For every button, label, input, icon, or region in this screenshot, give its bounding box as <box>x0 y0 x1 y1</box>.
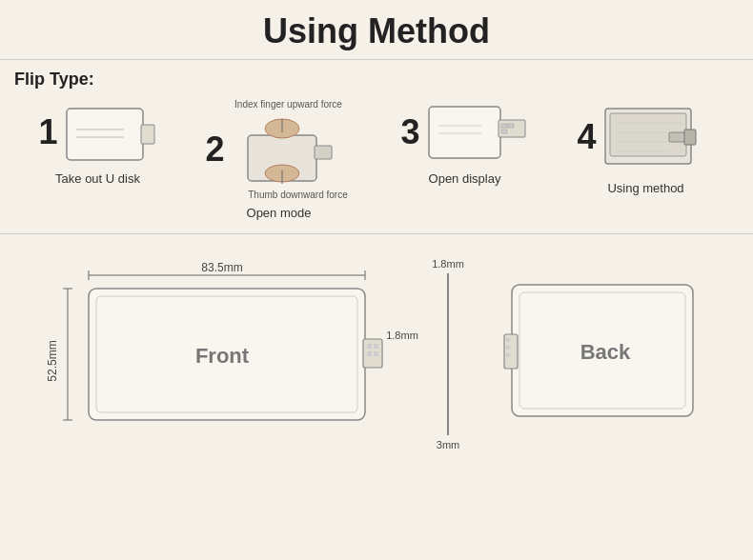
depth-label: 1.8mm <box>386 330 418 341</box>
svg-rect-20 <box>684 130 696 145</box>
open-mode-icon <box>229 111 353 188</box>
front-dimension-svg: 83.5mm 52.5mm Front <box>41 249 394 449</box>
step-4-image <box>600 99 715 175</box>
page-title: Using Method <box>0 0 753 60</box>
usb-card-icon-1 <box>62 99 157 166</box>
svg-rect-37 <box>374 344 378 349</box>
step-2-number: 2 <box>205 132 224 167</box>
back-dimension-svg: Back <box>502 258 712 449</box>
step-2-label: Open mode <box>247 206 312 220</box>
svg-text:52.5mm: 52.5mm <box>46 340 59 381</box>
open-display-icon <box>424 99 529 166</box>
svg-text:83.5mm: 83.5mm <box>202 261 243 274</box>
step-1-number: 1 <box>38 115 57 150</box>
step-1: 1 Take out U disk <box>38 99 156 186</box>
step-1-image <box>62 99 157 166</box>
back-diagram-wrapper: Back <box>502 258 712 452</box>
svg-rect-38 <box>367 351 372 356</box>
svg-rect-46 <box>506 353 510 357</box>
svg-rect-11 <box>499 120 525 137</box>
svg-text:Front: Front <box>195 344 250 368</box>
connector-dim-label: 3mm <box>437 439 459 450</box>
svg-rect-12 <box>501 124 507 128</box>
steps-row: 1 Take out U disk Index finger upward fo… <box>14 95 739 224</box>
svg-rect-1 <box>141 125 154 144</box>
step-3: 3 Open display <box>400 99 528 186</box>
svg-rect-5 <box>315 146 332 159</box>
dimensions-section: 83.5mm 52.5mm Front 1.8mm 1.8mm <box>0 234 753 462</box>
force-down-label: Thumb downward force <box>232 190 365 200</box>
depth-dim-label: 1.8mm <box>432 258 464 270</box>
using-method-icon <box>600 99 715 175</box>
step-3-label: Open display <box>429 171 501 186</box>
svg-text:Back: Back <box>580 340 631 364</box>
step-3-number: 3 <box>400 115 419 150</box>
step-2: Index finger upward force 2 <box>205 99 352 220</box>
flip-type-label: Flip Type: <box>14 70 739 90</box>
svg-rect-13 <box>508 124 514 128</box>
svg-rect-39 <box>374 351 378 356</box>
svg-rect-14 <box>501 130 507 133</box>
step-4-number: 4 <box>577 120 596 154</box>
step-1-label: Take out U disk <box>55 171 140 186</box>
step-3-image <box>424 99 529 166</box>
step-4: 4 Us <box>577 99 714 195</box>
step-2-image <box>229 111 353 188</box>
step-4-label: Using method <box>607 181 683 195</box>
svg-rect-35 <box>363 339 382 368</box>
svg-rect-45 <box>506 346 510 350</box>
separator-measurements: 1.8mm 3mm <box>432 258 464 450</box>
svg-rect-36 <box>367 344 372 349</box>
svg-rect-44 <box>506 338 510 342</box>
front-diagram-wrapper: 83.5mm 52.5mm Front 1.8mm <box>41 249 394 452</box>
svg-rect-10 <box>429 107 500 158</box>
force-up-label: Index finger upward force <box>222 99 356 110</box>
flip-type-section: Flip Type: 1 Take out U disk Index <box>0 60 753 234</box>
svg-rect-0 <box>67 109 143 160</box>
